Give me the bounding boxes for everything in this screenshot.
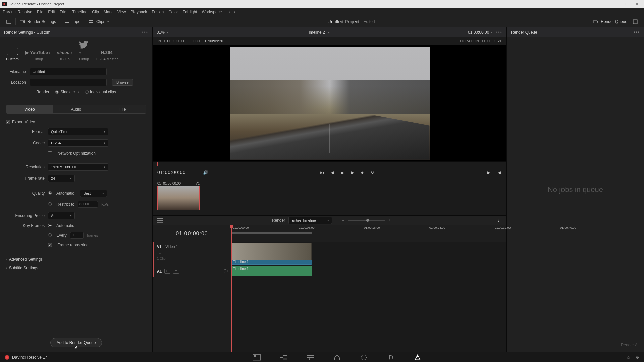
jump-last-button[interactable]: |◀ — [496, 169, 502, 175]
page-fairlight[interactable] — [386, 354, 396, 361]
track-a1-solo[interactable]: S — [164, 269, 170, 274]
track-v1-toggle[interactable]: ▭ — [157, 251, 163, 255]
tracks-area[interactable]: 01:00:00:00 01:00:08:00 01:00:16:00 01:0… — [231, 225, 506, 352]
volume-icon[interactable]: 🔊 — [203, 169, 209, 175]
resolution-select[interactable]: 644 x 362 HD▾ — [48, 163, 108, 171]
zoom-out-button[interactable]: − — [342, 218, 344, 223]
menu-fairlight[interactable]: Fairlight — [183, 10, 197, 14]
scrubber-playhead[interactable] — [157, 162, 158, 166]
minimize-button[interactable]: ─ — [614, 2, 619, 6]
clips-button[interactable]: Clips ▾ — [86, 18, 112, 25]
menu-mark[interactable]: Mark — [104, 10, 113, 14]
menu-playback[interactable]: Playback — [130, 10, 147, 14]
quality-auto-radio[interactable] — [48, 191, 52, 195]
filename-input[interactable] — [30, 68, 107, 75]
frame-reordering-checkbox[interactable] — [48, 243, 52, 247]
viewer-canvas[interactable] — [153, 45, 506, 162]
menu-timeline[interactable]: Timeline — [72, 10, 87, 14]
quick-export-button[interactable] — [3, 18, 14, 25]
page-color[interactable] — [359, 354, 369, 361]
keyframes-auto-radio[interactable] — [48, 224, 52, 227]
timeline-zoom-slider[interactable] — [348, 220, 385, 221]
quality-select[interactable]: Best▾ — [80, 190, 107, 197]
loop-button[interactable]: ↻ — [370, 169, 376, 175]
preset-twitter[interactable]: ▾ 1080p — [79, 41, 89, 61]
restrict-to-radio[interactable] — [48, 202, 52, 206]
track-lane-a1[interactable]: Timeline 1 — [231, 265, 506, 277]
advanced-settings-expander[interactable]: › Advanced Settings — [0, 255, 152, 264]
render-all-button[interactable]: Render All — [621, 343, 639, 347]
preset-custom[interactable]: Custom — [6, 48, 19, 61]
jump-next-button[interactable]: ▶| — [486, 169, 492, 175]
render-single-radio[interactable] — [55, 90, 59, 94]
page-fusion[interactable] — [332, 354, 342, 361]
settings-gear-icon[interactable]: ⚙ — [636, 355, 639, 360]
timeline-timecode[interactable]: 01:00:00:00 — [153, 225, 231, 242]
menu-davinci[interactable]: DaVinci Resolve — [3, 10, 32, 14]
track-a1-mute[interactable]: M — [173, 269, 179, 274]
encoding-profile-select[interactable]: Auto▾ — [48, 212, 75, 219]
preset-h264[interactable]: H.264 H.264 Master — [96, 50, 118, 61]
menu-workspace[interactable]: Workspace — [202, 10, 222, 14]
menu-file[interactable]: File — [37, 10, 43, 14]
menu-clip[interactable]: Clip — [92, 10, 99, 14]
next-frame-button[interactable]: ⏭ — [360, 169, 366, 175]
play-button[interactable]: ▶ — [350, 169, 356, 175]
audio-meters-icon[interactable]: ♪ — [496, 217, 502, 223]
chevron-down-icon[interactable]: ▾ — [167, 31, 168, 34]
track-header-v1[interactable]: V1 Video 1 ▭ 1 Clip — [153, 242, 231, 265]
format-select[interactable]: QuickTime▾ — [48, 128, 108, 135]
maximize-button[interactable]: ☐ — [625, 2, 629, 6]
page-edit[interactable] — [305, 354, 315, 361]
out-value[interactable]: 01:00:09:20 — [204, 39, 223, 43]
location-input[interactable] — [30, 79, 107, 86]
menu-color[interactable]: Color — [168, 10, 178, 14]
track-header-a1[interactable]: A1 S M (2) — [153, 265, 231, 277]
page-media[interactable] — [252, 354, 262, 361]
render-queue-button[interactable]: Render Queue — [591, 18, 630, 25]
in-value[interactable]: 01:00:00:00 — [164, 39, 184, 43]
preset-youtube[interactable]: ▶ YouTube▾ 1080p — [25, 50, 50, 61]
timeline-ruler[interactable]: 01:00:00:00 01:00:08:00 01:00:16:00 01:0… — [231, 225, 506, 242]
codec-select[interactable]: H.264▾ — [48, 139, 108, 147]
stop-button[interactable]: ■ — [339, 169, 345, 175]
render-individual-radio[interactable] — [85, 90, 89, 94]
viewer-menu-icon[interactable]: ••• — [496, 30, 502, 35]
clip-thumbnail[interactable]: 01 01:00:00:00 V1 — [157, 181, 200, 210]
network-opt-checkbox[interactable] — [48, 151, 52, 155]
menu-help[interactable]: Help — [226, 10, 235, 14]
tab-audio[interactable]: Audio — [53, 105, 100, 113]
keyframes-every-radio[interactable] — [48, 233, 52, 237]
viewer-timecode-display[interactable]: 01:00:00:00 — [468, 30, 489, 35]
page-deliver[interactable] — [413, 354, 423, 361]
audio-clip[interactable]: Timeline 1 — [231, 266, 312, 276]
close-button[interactable]: ✕ — [635, 2, 639, 6]
panel-menu-icon[interactable]: ••• — [634, 30, 640, 35]
keyframes-every-input[interactable] — [70, 232, 84, 239]
menu-view[interactable]: View — [117, 10, 126, 14]
panel-menu-icon[interactable]: ••• — [142, 30, 148, 35]
video-clip[interactable]: Timeline 1 — [231, 243, 312, 265]
first-frame-button[interactable]: ⏮ — [319, 169, 325, 175]
browse-button[interactable]: Browse — [112, 79, 133, 86]
menu-trim[interactable]: Trim — [60, 10, 68, 14]
timeline-playhead[interactable] — [231, 225, 232, 352]
subtitle-settings-expander[interactable]: › Subtitle Settings — [0, 264, 152, 273]
viewer-timeline-name[interactable]: Timeline 2 ▾ — [307, 30, 330, 35]
viewer-scrubber[interactable] — [153, 162, 506, 166]
chevron-down-icon[interactable]: ▾ — [491, 31, 493, 34]
menu-edit[interactable]: Edit — [48, 10, 55, 14]
tab-file[interactable]: File — [99, 105, 146, 113]
viewer-zoom[interactable]: 31% — [157, 30, 165, 35]
add-to-render-queue-button[interactable]: Add to Render Queue — [50, 338, 102, 347]
prev-frame-button[interactable]: ◀ — [329, 169, 335, 175]
menu-fusion[interactable]: Fusion — [152, 10, 164, 14]
tape-button[interactable]: Tape — [62, 18, 83, 25]
render-settings-button[interactable]: Render Settings — [17, 18, 59, 25]
timeline-render-range-select[interactable]: Entire Timeline▾ — [288, 217, 332, 224]
preset-vimeo[interactable]: vimeo▾ 1080p — [57, 50, 72, 61]
tab-video[interactable]: Video — [6, 105, 53, 113]
timeline-range-bar[interactable] — [231, 232, 312, 234]
framerate-select[interactable]: 24▾ — [48, 175, 75, 182]
track-lane-v1[interactable]: Timeline 1 — [231, 242, 506, 265]
